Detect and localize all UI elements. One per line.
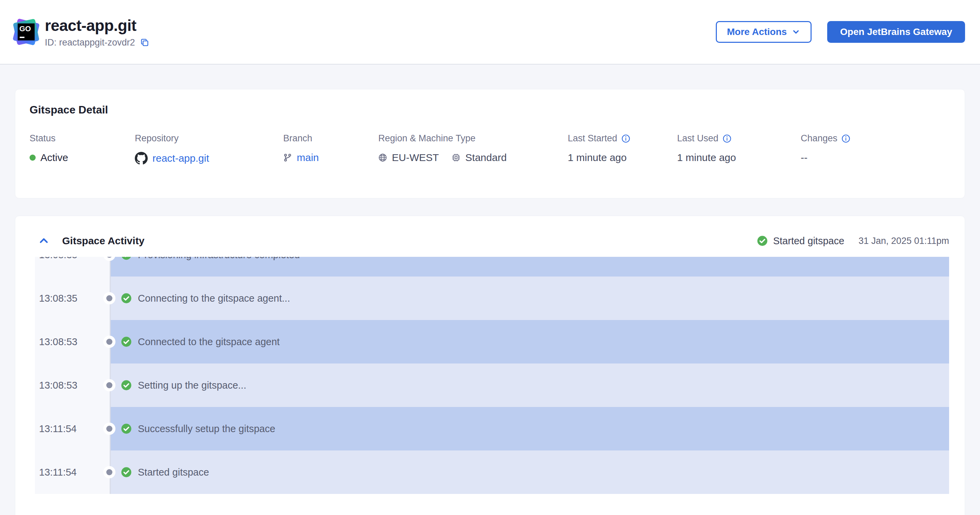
changes-value: -- (801, 152, 808, 163)
log-time: 13:08:35 (35, 276, 110, 320)
status-label: Status (30, 133, 135, 144)
info-icon[interactable] (722, 134, 732, 143)
branch-link[interactable]: main (297, 152, 319, 163)
log-message: Setting up the gitspace... (138, 380, 246, 391)
info-icon[interactable] (621, 134, 630, 143)
region-machine-label: Region & Machine Type (378, 133, 568, 144)
gitspace-detail-card: Gitspace Detail Status Active Repository… (15, 89, 965, 198)
repository-label: Repository (135, 133, 283, 144)
field-last-started: Last Started 1 minute ago (568, 133, 677, 165)
status-value: Active (40, 152, 68, 163)
check-circle-icon (121, 423, 132, 434)
log-time: 13:08:53 (35, 320, 110, 364)
check-circle-icon (121, 380, 132, 391)
log-time: 13:08:35 (35, 257, 110, 276)
log-message: Provisioning infrastructure completed (138, 257, 300, 261)
goland-logo-icon: GO (15, 21, 37, 43)
open-jetbrains-gateway-button[interactable]: Open JetBrains Gateway (827, 21, 965, 43)
detail-card-title: Gitspace Detail (30, 104, 949, 116)
log-time: 13:08:53 (35, 364, 110, 407)
machine-type-value: Standard (465, 152, 507, 163)
git-branch-icon (283, 153, 292, 162)
copy-icon[interactable] (140, 38, 150, 47)
open-gateway-label: Open JetBrains Gateway (840, 27, 952, 37)
activity-card-title: Gitspace Activity (62, 235, 144, 247)
branch-label: Branch (283, 133, 378, 144)
check-circle-icon (121, 293, 132, 304)
page-title: react-app.git (45, 16, 150, 35)
field-status: Status Active (30, 133, 135, 165)
log-row: 13:08:35 Provisioning infrastructure com… (35, 257, 949, 276)
log-time: 13:11:54 (35, 450, 110, 494)
changes-label: Changes (801, 133, 837, 144)
log-row: 13:08:35 Connecting to the gitspace agen… (35, 276, 949, 320)
log-row: 13:08:53 Connected to the gitspace agent (35, 320, 949, 364)
check-circle-icon (121, 467, 132, 478)
more-actions-label: More Actions (727, 27, 787, 37)
field-branch: Branch main (283, 133, 378, 165)
machine-type-icon (452, 153, 460, 162)
log-message: Started gitspace (138, 467, 209, 478)
field-last-used: Last Used 1 minute ago (677, 133, 801, 165)
last-used-label: Last Used (677, 133, 719, 144)
globe-icon (378, 153, 387, 162)
gitspace-id: ID: reactappgit-zovdr2 (45, 37, 135, 48)
more-actions-button[interactable]: More Actions (716, 21, 811, 43)
check-circle-icon (121, 257, 132, 260)
info-icon[interactable] (842, 134, 850, 143)
log-row: 13:11:54 Started gitspace (35, 450, 949, 494)
check-circle-icon (757, 235, 768, 246)
log-message: Connecting to the gitspace agent... (138, 293, 290, 304)
last-started-label: Last Started (568, 133, 617, 144)
activity-log-viewer[interactable]: 13:08:35 Provisioning infrastructure com… (35, 257, 949, 494)
goland-logo-text: GO (19, 25, 31, 33)
repository-link[interactable]: react-app.git (153, 153, 209, 164)
github-icon (135, 152, 148, 165)
activity-timestamp: 31 Jan, 2025 01:11pm (858, 236, 949, 246)
gitspace-activity-card: Gitspace Activity Started gitspace 31 Ja… (15, 216, 965, 515)
log-message: Connected to the gitspace agent (138, 336, 280, 348)
chevron-down-icon (792, 27, 800, 36)
field-changes: Changes -- (801, 133, 850, 165)
check-circle-icon (121, 336, 132, 347)
log-time: 13:11:54 (35, 407, 110, 450)
status-active-dot-icon (30, 155, 36, 161)
activity-status-text: Started gitspace (773, 235, 845, 247)
top-bar: GO react-app.git ID: reactappgit-zovdr2 … (0, 0, 980, 65)
region-value: EU-WEST (392, 152, 439, 163)
log-message: Successfully setup the gitspace (138, 423, 275, 434)
field-repository: Repository react-app.git (135, 133, 283, 165)
last-started-value: 1 minute ago (568, 152, 627, 163)
log-row: 13:08:53 Setting up the gitspace... (35, 364, 949, 407)
field-region-machine: Region & Machine Type EU-WEST Standard (378, 133, 568, 165)
log-row: 13:11:54 Successfully setup the gitspace (35, 407, 949, 450)
last-used-value: 1 minute ago (677, 152, 736, 163)
collapse-chevron-up-icon[interactable] (38, 235, 49, 246)
